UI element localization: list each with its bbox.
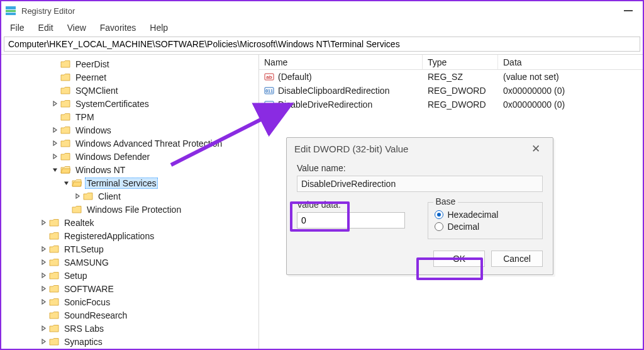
chevron-down-icon[interactable] — [50, 166, 59, 174]
svg-text:ab: ab — [266, 74, 272, 80]
value-type: REG_DWORD — [423, 98, 498, 111]
value-type: REG_SZ — [423, 70, 498, 84]
folder-icon — [49, 285, 59, 293]
tree-pane[interactable]: PeerDistPeernetSQMClientSystemCertificat… — [1, 55, 259, 350]
tree-item-label: Setup — [62, 271, 89, 281]
registry-value-row[interactable]: 011DisableClipboardRedirectionREG_DWORD0… — [259, 84, 643, 98]
value-data: 0x00000000 (0) — [498, 98, 643, 111]
folder-icon — [49, 258, 59, 267]
svg-text:011: 011 — [265, 89, 273, 93]
tree-item[interactable]: PeerDist — [1, 57, 258, 71]
tree-item[interactable]: SAMSUNG — [1, 256, 258, 269]
tree-item-label: SAMSUNG — [62, 257, 111, 268]
chevron-right-icon[interactable] — [50, 99, 59, 108]
tree-item[interactable]: Windows NT — [1, 163, 258, 176]
dialog-title: Edit DWORD (32-bit) Value — [294, 144, 408, 154]
column-name[interactable]: Name — [259, 55, 423, 69]
chevron-right-icon[interactable] — [39, 245, 48, 254]
menu-file[interactable]: File — [4, 21, 31, 34]
tree-item-label: Terminal Services — [85, 178, 158, 189]
cancel-button[interactable]: Cancel — [491, 251, 543, 267]
tree-item-label: Windows NT — [74, 165, 127, 175]
folder-icon — [60, 139, 70, 148]
menu-view[interactable]: View — [61, 21, 92, 34]
value-type: REG_DWORD — [423, 84, 498, 98]
address-bar[interactable]: Computer\HKEY_LOCAL_MACHINE\SOFTWARE\Pol… — [4, 37, 640, 52]
folder-icon — [49, 337, 59, 346]
chevron-down-icon[interactable] — [62, 179, 70, 188]
registry-value-row[interactable]: 011DisableDriveRedirectionREG_DWORD0x000… — [259, 98, 643, 111]
tree-item-label: SOFTWARE — [62, 284, 116, 294]
menu-favorites[interactable]: Favorites — [94, 21, 143, 34]
folder-icon — [60, 166, 70, 174]
tree-item[interactable]: Windows File Protection — [1, 203, 258, 216]
menubar: File Edit View Favorites Help — [1, 20, 643, 35]
tree-item-label: SonicFocus — [62, 297, 112, 307]
tree-item[interactable]: SoundResearch — [1, 308, 258, 322]
folder-icon — [72, 179, 82, 188]
chevron-right-icon[interactable] — [50, 126, 59, 135]
tree-item[interactable]: Peernet — [1, 71, 258, 84]
close-icon[interactable]: ✕ — [526, 141, 545, 156]
tree-item[interactable]: Terminal Services — [1, 176, 258, 189]
registry-value-row[interactable]: ab(Default)REG_SZ(value not set) — [259, 70, 643, 84]
menu-help[interactable]: Help — [143, 21, 174, 34]
chevron-right-icon[interactable] — [39, 337, 48, 346]
chevron-right-icon[interactable] — [39, 271, 48, 280]
folder-icon — [60, 152, 70, 161]
value-name-field: DisableDriveRedirection — [297, 176, 543, 192]
folder-icon — [83, 192, 93, 201]
tree-item-label: Synaptics — [62, 337, 104, 347]
tree-item[interactable]: Windows Defender — [1, 150, 258, 163]
tree-item[interactable]: RTLSetup — [1, 242, 258, 256]
value-name: DisableClipboardRedirection — [278, 86, 389, 96]
ok-button[interactable]: OK — [433, 251, 485, 267]
value-data-label: Value data: — [297, 200, 413, 210]
tree-item[interactable]: Realtek — [1, 216, 258, 229]
value-data: (value not set) — [498, 70, 643, 84]
tree-item-label: Windows Advanced Threat Protection — [74, 138, 224, 149]
edit-dword-dialog: Edit DWORD (32-bit) Value ✕ Value name: … — [286, 137, 553, 275]
tree-item[interactable]: SystemCertificates — [1, 97, 258, 110]
folder-icon — [49, 271, 59, 280]
base-group: Base Hexadecimal Decimal — [428, 202, 543, 239]
tree-item[interactable]: SonicFocus — [1, 295, 258, 308]
radio-hexadecimal[interactable]: Hexadecimal — [435, 210, 536, 220]
tree-item[interactable]: Client — [1, 189, 258, 203]
folder-icon — [49, 311, 59, 320]
chevron-right-icon[interactable] — [50, 152, 59, 161]
tree-item[interactable]: Windows — [1, 123, 258, 137]
folder-icon — [60, 126, 70, 135]
folder-icon — [49, 218, 59, 227]
tree-item[interactable]: Synaptics — [1, 335, 258, 348]
radio-icon — [435, 222, 443, 231]
radio-icon — [435, 210, 443, 219]
chevron-right-icon[interactable] — [50, 139, 59, 148]
svg-rect-0 — [6, 6, 16, 9]
chevron-right-icon[interactable] — [39, 324, 48, 333]
tree-item[interactable]: Setup — [1, 269, 258, 282]
chevron-right-icon[interactable] — [39, 298, 48, 307]
column-type[interactable]: Type — [423, 55, 498, 69]
tree-item[interactable]: Windows Advanced Threat Protection — [1, 137, 258, 150]
tree-item-label: Windows — [74, 125, 113, 135]
menu-edit[interactable]: Edit — [32, 21, 60, 34]
tree-item-label: SystemCertificates — [74, 99, 151, 109]
chevron-right-icon[interactable] — [39, 218, 48, 227]
value-data-input[interactable] — [297, 212, 405, 229]
chevron-right-icon[interactable] — [73, 192, 82, 201]
chevron-right-icon[interactable] — [39, 258, 48, 267]
tree-item-label: Windows File Protection — [85, 205, 183, 215]
folder-icon — [49, 232, 59, 240]
minimize-icon[interactable] — [624, 10, 633, 11]
chevron-right-icon[interactable] — [39, 285, 48, 293]
radio-decimal[interactable]: Decimal — [435, 222, 536, 232]
list-header: Name Type Data — [259, 55, 643, 70]
tree-item[interactable]: SRS Labs — [1, 322, 258, 335]
titlebar: Registry Editor — [1, 1, 643, 20]
tree-item[interactable]: SQMClient — [1, 84, 258, 97]
tree-item[interactable]: SOFTWARE — [1, 282, 258, 295]
tree-item[interactable]: RegisteredApplications — [1, 229, 258, 242]
tree-item[interactable]: TPM — [1, 110, 258, 123]
column-data[interactable]: Data — [498, 55, 643, 69]
